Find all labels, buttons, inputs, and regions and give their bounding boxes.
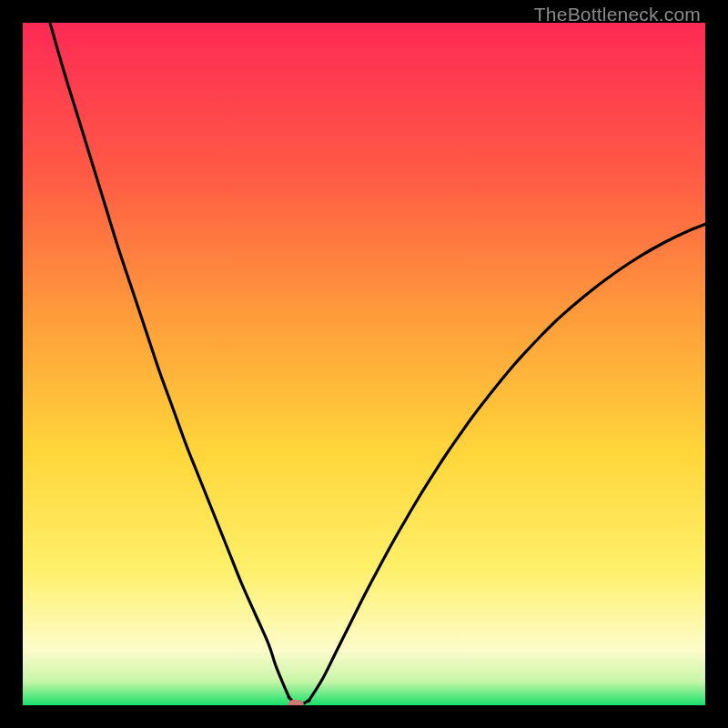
chart-frame <box>23 23 705 705</box>
minimum-marker <box>288 700 304 705</box>
watermark-text: TheBottleneck.com <box>534 4 701 25</box>
bottleneck-curve <box>23 23 705 705</box>
plot-area <box>23 23 705 705</box>
